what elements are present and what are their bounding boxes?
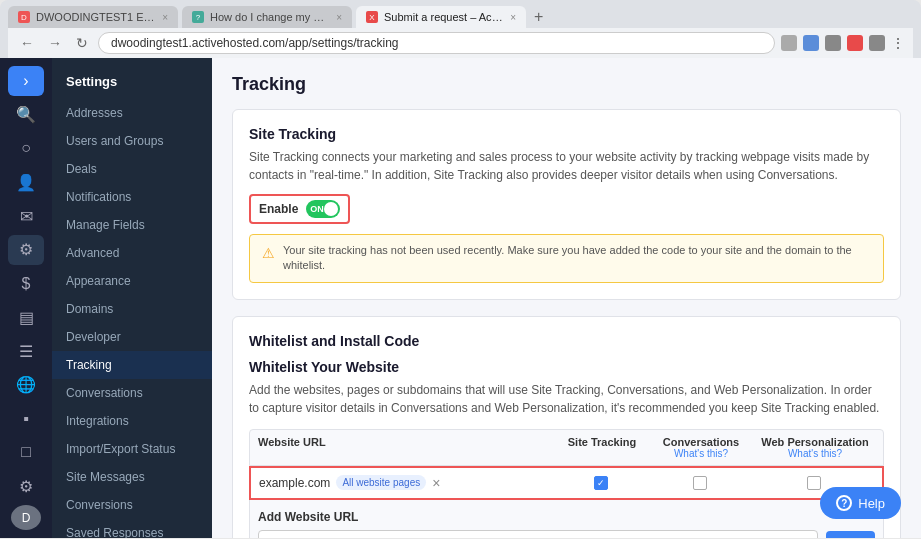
refresh-button[interactable]: ↻ <box>72 33 92 53</box>
extension-icon-4 <box>847 35 863 51</box>
nav-icon-settings2[interactable]: ⚙ <box>8 471 44 501</box>
site-tracking-desc: Site Tracking connects your marketing an… <box>249 148 884 184</box>
whitelist-card: Whitelist and Install Code Whitelist You… <box>232 316 901 538</box>
extension-icon-1 <box>781 35 797 51</box>
extension-icon-5 <box>869 35 885 51</box>
sidebar-item-developer[interactable]: Developer <box>52 323 212 351</box>
web-personalization-checkbox[interactable] <box>807 476 821 490</box>
add-url-input[interactable] <box>258 530 818 538</box>
all-pages-badge: All website pages <box>336 475 426 490</box>
tab-2[interactable]: ? How do I change my account... × <box>182 6 352 28</box>
app-layout: › 🔍 ○ 👤 ✉ ⚙ $ ▤ ☰ 🌐 ▪ □ ⚙ D Settings Add… <box>0 58 921 538</box>
back-button[interactable]: ← <box>16 33 38 53</box>
nav-icon-list[interactable]: ☰ <box>8 336 44 366</box>
sidebar-item-manage-fields[interactable]: Manage Fields <box>52 211 212 239</box>
help-button[interactable]: ? Help <box>820 487 901 519</box>
more-menu-button[interactable]: ⋮ <box>891 35 905 51</box>
site-tracking-toggle[interactable]: ON <box>306 200 340 218</box>
tab-3-close[interactable]: × <box>510 12 516 23</box>
tab-2-label: How do I change my account... <box>210 11 330 23</box>
help-button-label: Help <box>858 496 885 511</box>
website-url-cell: example.com All website pages × <box>259 475 552 491</box>
site-tracking-checkbox-cell <box>556 476 646 490</box>
tab-2-close[interactable]: × <box>336 12 342 23</box>
sidebar-item-advanced[interactable]: Advanced <box>52 239 212 267</box>
main-content: Tracking Site Tracking Site Tracking con… <box>212 58 921 538</box>
conversations-what-link[interactable]: What's this? <box>651 448 751 459</box>
sidebar-item-deals[interactable]: Deals <box>52 155 212 183</box>
site-tracking-card: Site Tracking Site Tracking connects you… <box>232 109 901 300</box>
nav-icon-search[interactable]: 🔍 <box>8 100 44 130</box>
sidebar-item-site-messages[interactable]: Site Messages <box>52 463 212 491</box>
warning-box: ⚠ Your site tracking has not been used r… <box>249 234 884 283</box>
tab-1-icon: D <box>18 11 30 23</box>
enable-label: Enable <box>259 202 298 216</box>
nav-icon-mail[interactable]: ✉ <box>8 201 44 231</box>
col-conversations: Conversations What's this? <box>651 436 751 459</box>
nav-icon-bar-chart[interactable]: ▪ <box>8 404 44 434</box>
nav-icon-contacts[interactable]: 👤 <box>8 167 44 197</box>
nav-icon-location[interactable]: ○ <box>8 134 44 164</box>
remove-url-button[interactable]: × <box>432 475 440 491</box>
address-bar-row: ← → ↻ ⋮ <box>8 28 913 58</box>
conversations-checkbox[interactable] <box>693 476 707 490</box>
address-input[interactable] <box>98 32 775 54</box>
tab-3[interactable]: X Submit a request – ActiveCam... × <box>356 6 526 28</box>
toggle-on-text: ON <box>310 204 324 214</box>
col-site-tracking: Site Tracking <box>557 436 647 459</box>
enable-toggle-container: Enable ON <box>249 194 350 224</box>
site-tracking-checkbox[interactable] <box>594 476 608 490</box>
nav-icon-dollar[interactable]: $ <box>8 269 44 299</box>
browser-chrome: D DWOODINGTEST1 Email Mari... × ? How do… <box>0 0 921 58</box>
col-web-personalization: Web Personalization What's this? <box>755 436 875 459</box>
url-text: example.com <box>259 476 330 490</box>
whitelist-desc: Add the websites, pages or subdomains th… <box>249 381 884 417</box>
add-url-title: Add Website URL <box>258 510 875 524</box>
forward-button[interactable]: → <box>44 33 66 53</box>
tab-3-label: Submit a request – ActiveCam... <box>384 11 504 23</box>
extension-icon-2 <box>803 35 819 51</box>
sidebar-item-notifications[interactable]: Notifications <box>52 183 212 211</box>
tab-1-close[interactable]: × <box>162 12 168 23</box>
sidebar-title: Settings <box>52 68 212 99</box>
site-tracking-title: Site Tracking <box>249 126 884 142</box>
sidebar-item-conversations[interactable]: Conversations <box>52 379 212 407</box>
sidebar-item-addresses[interactable]: Addresses <box>52 99 212 127</box>
help-bubble-icon: ? <box>836 495 852 511</box>
sidebar: Settings Addresses Users and Groups Deal… <box>52 58 212 538</box>
add-url-button[interactable]: Add <box>826 531 875 538</box>
sidebar-item-users-groups[interactable]: Users and Groups <box>52 127 212 155</box>
sidebar-item-import-export[interactable]: Import/Export Status <box>52 435 212 463</box>
whitelist-section-title: Whitelist and Install Code <box>249 333 884 349</box>
nav-icon-box[interactable]: □ <box>8 438 44 468</box>
left-nav: › 🔍 ○ 👤 ✉ ⚙ $ ▤ ☰ 🌐 ▪ □ ⚙ D <box>0 58 52 538</box>
col-website-url: Website URL <box>258 436 553 459</box>
toggle-knob <box>324 202 338 216</box>
table-header: Website URL Site Tracking Conversations … <box>249 429 884 466</box>
sidebar-item-tracking[interactable]: Tracking <box>52 351 212 379</box>
tab-3-icon: X <box>366 11 378 23</box>
sidebar-item-saved-responses[interactable]: Saved Responses <box>52 519 212 538</box>
whitelist-title: Whitelist Your Website <box>249 359 884 375</box>
web-personalization-what-link[interactable]: What's this? <box>755 448 875 459</box>
warning-icon: ⚠ <box>262 244 275 264</box>
add-url-row: Add <box>258 530 875 538</box>
nav-icon-gear[interactable]: ⚙ <box>8 235 44 265</box>
nav-icon-arrow[interactable]: › <box>8 66 44 96</box>
tab-bar: D DWOODINGTEST1 Email Mari... × ? How do… <box>8 6 913 28</box>
nav-icon-globe[interactable]: 🌐 <box>8 370 44 400</box>
sidebar-item-appearance[interactable]: Appearance <box>52 267 212 295</box>
tab-2-icon: ? <box>192 11 204 23</box>
tab-1[interactable]: D DWOODINGTEST1 Email Mari... × <box>8 6 178 28</box>
sidebar-item-conversions[interactable]: Conversions <box>52 491 212 519</box>
conversations-checkbox-cell <box>650 476 750 490</box>
nav-icon-chart[interactable]: ▤ <box>8 302 44 332</box>
new-tab-button[interactable]: + <box>530 8 547 26</box>
table-row: example.com All website pages × <box>249 466 884 500</box>
add-url-section: Add Website URL Add Include all website … <box>249 500 884 538</box>
warning-text: Your site tracking has not been used rec… <box>283 243 871 274</box>
user-avatar[interactable]: D <box>11 505 41 530</box>
sidebar-item-integrations[interactable]: Integrations <box>52 407 212 435</box>
page-title: Tracking <box>232 74 901 95</box>
sidebar-item-domains[interactable]: Domains <box>52 295 212 323</box>
